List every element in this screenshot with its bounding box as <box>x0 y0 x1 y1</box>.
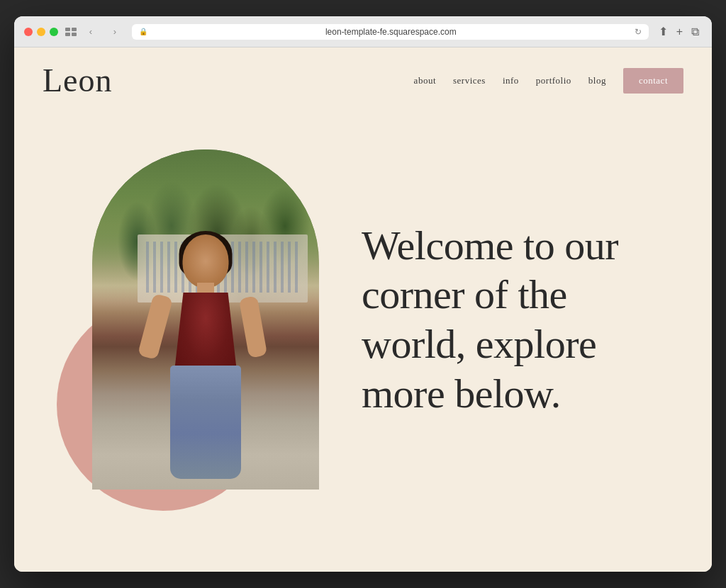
website-content: Leon about services info portfolio blog … <box>14 47 712 572</box>
minimize-button[interactable] <box>37 28 45 36</box>
close-button[interactable] <box>24 28 33 36</box>
hero-image-container <box>92 149 319 490</box>
nav-link-portfolio[interactable]: portfolio <box>536 75 571 86</box>
nav-link-about[interactable]: about <box>414 75 436 86</box>
traffic-lights <box>24 28 58 36</box>
browser-chrome: ‹ › 🔒 leon-template-fe.squarespace.com ↻… <box>14 16 712 47</box>
person-left-arm <box>138 293 173 360</box>
person-figure <box>135 234 277 490</box>
maximize-button[interactable] <box>50 28 58 36</box>
hero-text: Welcome to our corner of the world, expl… <box>319 221 669 418</box>
person-body <box>174 293 238 378</box>
new-tab-button[interactable]: + <box>674 24 686 40</box>
person-right-arm <box>239 295 267 358</box>
hero-section: Welcome to our corner of the world, expl… <box>14 114 712 553</box>
forward-button[interactable]: › <box>105 25 125 39</box>
grid-view-button[interactable] <box>65 28 77 36</box>
address-bar[interactable]: 🔒 leon-template-fe.squarespace.com ↻ <box>132 24 649 40</box>
hero-heading: Welcome to our corner of the world, expl… <box>362 221 669 418</box>
hero-image <box>92 149 319 490</box>
site-logo[interactable]: Leon <box>43 64 113 97</box>
site-nav: about services info portfolio blog conta… <box>414 68 683 94</box>
refresh-button[interactable]: ↻ <box>635 27 642 37</box>
lock-icon: 🔒 <box>139 28 147 35</box>
tabs-button[interactable]: ⧉ <box>688 24 702 40</box>
site-header: Leon about services info portfolio blog … <box>14 47 712 114</box>
person-jeans <box>170 366 241 479</box>
person-head <box>183 234 229 288</box>
url-text: leon-template-fe.squarespace.com <box>152 27 630 37</box>
browser-actions: ⬆ + ⧉ <box>656 23 702 40</box>
nav-link-info[interactable]: info <box>503 75 519 86</box>
browser-controls: ‹ › <box>65 25 125 39</box>
browser-window: ‹ › 🔒 leon-template-fe.squarespace.com ↻… <box>14 16 712 572</box>
back-button[interactable]: ‹ <box>81 25 101 39</box>
nav-link-services[interactable]: services <box>453 75 486 86</box>
nav-link-blog[interactable]: blog <box>588 75 606 86</box>
share-button[interactable]: ⬆ <box>656 23 671 40</box>
contact-button[interactable]: contact <box>623 68 683 94</box>
